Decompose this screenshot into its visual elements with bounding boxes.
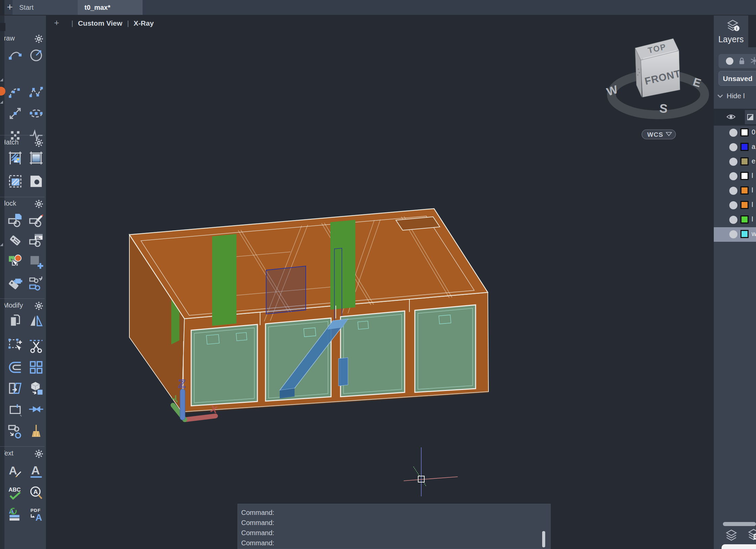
array-icon[interactable] (28, 360, 44, 375)
purge-broom-icon[interactable] (28, 423, 44, 439)
modify-settings-gear-icon[interactable] (34, 302, 43, 310)
hatch-pattern-icon[interactable] (7, 174, 23, 189)
layer-color-swatch[interactable] (740, 157, 749, 165)
layer-color-swatch[interactable] (740, 215, 749, 224)
hatch-gradient-icon[interactable] (28, 150, 44, 166)
create-block-icon[interactable] (28, 254, 44, 269)
draw-polyline-icon[interactable] (28, 84, 44, 100)
hide-layers-toggle[interactable]: Hide l (717, 92, 756, 102)
layer-on-bulb[interactable] (729, 158, 737, 166)
layer-row[interactable]: a (714, 140, 756, 155)
block-attribute-icon[interactable] (7, 233, 23, 248)
layer-on-bulb[interactable] (729, 172, 737, 180)
tab-start[interactable]: Start (12, 0, 78, 15)
replace-block-icon[interactable] (28, 276, 44, 291)
draw-settings-gear-icon[interactable] (34, 34, 43, 43)
edit-block-icon[interactable] (28, 212, 44, 228)
tab-drawing[interactable]: t0_max* (78, 0, 143, 15)
layer-on-bulb[interactable] (729, 230, 737, 238)
command-scrollbar[interactable] (542, 531, 545, 547)
layer-states-icon[interactable] (724, 528, 739, 542)
layer-color-swatch[interactable] (740, 172, 749, 180)
text-style-icon[interactable]: A (7, 464, 23, 479)
draw-spline-icon[interactable] (7, 84, 23, 100)
layer-on-bulb[interactable] (729, 143, 737, 151)
tooltip-popup (722, 544, 756, 549)
ucs-z-label: Z (178, 377, 185, 390)
compass-south: S (659, 101, 668, 116)
text-icon[interactable]: A (28, 464, 44, 479)
align-3d-icon[interactable] (28, 381, 44, 396)
add-viewport-button[interactable]: + (54, 18, 59, 28)
layer-color-swatch[interactable] (740, 128, 749, 136)
text-align-icon[interactable]: A (7, 506, 23, 522)
find-text-icon[interactable]: A (28, 485, 44, 501)
pdf-import-icon[interactable]: PDF A (28, 506, 44, 522)
viewport-controls: +|Custom View|X-Ray (54, 18, 154, 29)
command-panel[interactable]: Command: Command: Command: Command: (237, 504, 551, 549)
offset-icon[interactable] (7, 360, 23, 375)
layer-properties-icon[interactable] (746, 527, 756, 542)
wcs-label: WCS (647, 131, 663, 138)
viewport-canvas[interactable]: Z Y X TOP FRONT W S E WCS (0, 15, 756, 549)
command-line: Command: (241, 507, 532, 518)
layer-row[interactable]: 0 (714, 126, 756, 140)
break-icon[interactable] (7, 401, 23, 417)
sync-attributes-icon[interactable] (7, 276, 23, 291)
layer-row[interactable]: l (714, 169, 756, 184)
draw-ellipse-icon[interactable] (28, 106, 44, 121)
explode-icon[interactable] (7, 423, 23, 439)
svg-text:i: i (736, 26, 737, 31)
trim-icon[interactable] (28, 338, 44, 353)
spell-check-icon[interactable]: ABC (7, 485, 23, 501)
layer-on-bulb[interactable] (729, 187, 737, 195)
layer-color-swatch[interactable] (740, 230, 749, 238)
layer-on-bulb[interactable] (729, 216, 737, 224)
layer-row[interactable]: l (714, 184, 756, 198)
hatch-image-icon[interactable] (7, 150, 23, 166)
layer-on-bulb[interactable] (729, 201, 737, 209)
layer-name: l (752, 186, 753, 194)
visibility-column-eye-icon[interactable] (727, 114, 735, 120)
viewcube[interactable]: TOP FRONT W S E WCS (605, 38, 705, 139)
copy-icon[interactable] (7, 313, 23, 329)
draw-arc-icon[interactable] (7, 47, 23, 63)
layers-panel: i Layers Unsaved Hide l 0 a e (714, 16, 756, 549)
attribute-table-icon[interactable] (28, 233, 44, 248)
draw-circle-icon[interactable] (28, 47, 44, 63)
freeze-snowflake-icon[interactable] (750, 57, 756, 65)
color-column-button[interactable] (745, 110, 756, 124)
svg-text:A: A (9, 464, 17, 477)
layer-name: l (752, 172, 753, 180)
join-icon[interactable] (28, 401, 44, 417)
layers-panel-title: Layers (714, 34, 748, 44)
layers-horizontal-scrollbar[interactable] (723, 522, 756, 526)
layer-row[interactable]: e (714, 155, 756, 169)
layer-color-swatch[interactable] (740, 201, 749, 209)
pick-block-icon[interactable] (7, 254, 23, 269)
text-settings-gear-icon[interactable] (34, 449, 43, 458)
layer-color-swatch[interactable] (740, 186, 749, 194)
layer-on-bulb[interactable] (729, 129, 737, 137)
hatch-settings-gear-icon[interactable] (34, 138, 43, 147)
section-label-hatch: Hatch (4, 138, 31, 147)
block-settings-gear-icon[interactable] (34, 200, 43, 208)
layer-row[interactable]: l (714, 198, 756, 213)
insert-block-icon[interactable] (7, 212, 23, 228)
view-name-menu[interactable]: Custom View (78, 19, 122, 27)
layer-filter-dropdown[interactable]: Unsaved (719, 71, 756, 86)
stretch-shape-icon[interactable] (7, 381, 23, 396)
layer-row-selected[interactable]: w (714, 227, 756, 242)
wcs-dropdown[interactable]: WCS (642, 130, 676, 139)
layer-color-swatch[interactable] (740, 143, 749, 151)
ucs-z-axis (180, 389, 185, 420)
layer-on-off-icon[interactable] (726, 57, 733, 65)
tab-bar-edge (0, 0, 4, 15)
move-selection-icon[interactable] (7, 338, 23, 353)
hatch-tone-icon[interactable] (28, 174, 44, 189)
mirror-icon[interactable] (28, 313, 44, 329)
lock-icon[interactable] (738, 57, 746, 66)
visual-style-menu[interactable]: X-Ray (134, 19, 154, 27)
draw-stretch-icon[interactable] (7, 106, 23, 121)
layer-row[interactable]: l (714, 213, 756, 227)
